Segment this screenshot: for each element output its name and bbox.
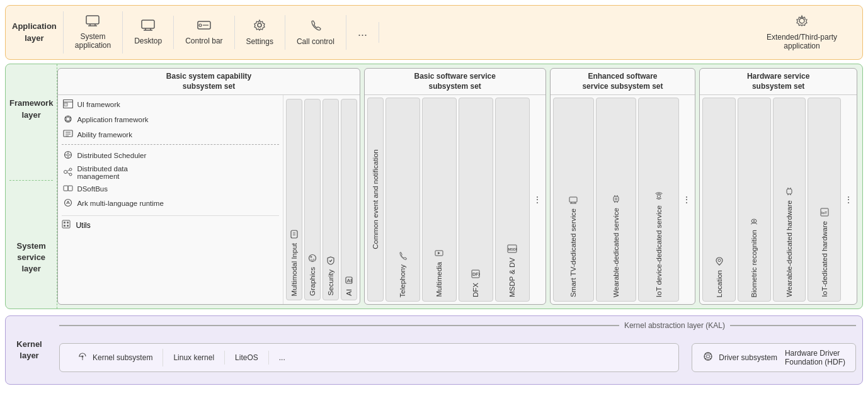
dsoftbus-item: DSoftBus — [62, 182, 278, 196]
kal-line-right — [730, 325, 856, 326]
dsoftbus-icon — [63, 184, 73, 194]
wearable-svc-icon — [612, 195, 620, 205]
svg-rect-68 — [787, 189, 792, 194]
svg-point-77 — [82, 356, 84, 358]
msdp-col: MSDP MSDP & DV — [495, 98, 530, 302]
label-divider — [9, 180, 53, 181]
ui-framework-label: UI framework — [77, 101, 120, 108]
linux-kernel-item: Linux kernel — [163, 351, 225, 365]
location-col: Location — [702, 98, 736, 302]
ess-inner: Smart TV-dedicated service Wearable-dedi… — [551, 95, 695, 304]
svg-rect-37 — [64, 222, 66, 224]
basic-sw-svc-box: Basic software servicesubsystem set Comm… — [364, 68, 546, 305]
middle-inner-content: Basic system capabilitysubsystem set UI … — [57, 64, 862, 309]
bss-dots: ⋮ — [532, 98, 543, 302]
driver-subsystem-icon — [702, 351, 714, 365]
architecture-diagram: Applicationlayer Systemapplication Deskt… — [0, 0, 868, 390]
biometric-label: Biometric recognition — [750, 230, 758, 297]
kernel-left-box: Kernel subsystem Linux kernel LiteOS ... — [59, 343, 679, 372]
hdf-label: Hardware DriverFoundation (HDF) — [785, 349, 845, 366]
kal-line-left — [59, 325, 619, 326]
wearable-hw-col: Wearable-dedicated hardware — [773, 98, 806, 302]
app-framework-icon — [63, 114, 73, 125]
security-label: Security — [327, 269, 334, 296]
bss-inner: Common event and notification Telephony — [365, 95, 545, 304]
kernel-right-box: Driver subsystem Hardware DriverFoundati… — [692, 343, 856, 372]
ark-runtime-label: Ark multi-language runtime — [77, 200, 163, 207]
ui-framework-icon — [63, 99, 73, 110]
settings-item: Settings — [235, 15, 285, 50]
app-framework-item: Application framework — [62, 112, 278, 127]
location-icon — [716, 257, 723, 268]
utils-icon — [62, 220, 71, 230]
desktop-label: Desktop — [134, 37, 162, 45]
iot-svc-icon — [654, 192, 663, 203]
utils-label: Utils — [76, 221, 90, 230]
hss-title: Hardware servicesubsystem set — [700, 69, 857, 95]
dfx-icon: DFX — [471, 269, 480, 280]
smart-tv-icon — [569, 196, 578, 206]
telephony-icon — [398, 251, 407, 262]
graphics-label: Graphics — [309, 267, 316, 296]
svg-point-45 — [310, 256, 312, 258]
call-control-label: Call control — [297, 37, 334, 46]
svg-rect-54 — [569, 197, 577, 202]
biometric-icon — [750, 217, 758, 227]
svg-line-86 — [710, 354, 711, 355]
svg-rect-40 — [67, 225, 69, 227]
svg-point-29 — [69, 173, 72, 176]
svg-rect-58 — [614, 196, 619, 201]
svg-line-30 — [67, 170, 70, 171]
telephony-label: Telephony — [399, 264, 406, 297]
graphics-col: Graphics — [304, 99, 321, 300]
middle-labels-column: Frameworklayer Systemservicelayer — [6, 64, 57, 309]
dist-scheduler-icon — [63, 150, 73, 161]
svg-point-16 — [65, 116, 71, 122]
svg-rect-33 — [68, 186, 72, 191]
svg-point-28 — [69, 168, 72, 171]
driver-subsystem-item: Driver subsystem — [702, 351, 777, 365]
graphics-icon — [308, 254, 317, 264]
telephony-col: Telephony — [385, 98, 420, 302]
dfx-label: DFX — [472, 283, 479, 297]
biometric-col: Biometric recognition — [738, 98, 771, 302]
dfx-col: DFX DFX — [459, 98, 493, 302]
app-framework-label: Application framework — [77, 116, 148, 123]
svg-text:AI: AI — [346, 278, 351, 283]
svg-rect-32 — [64, 186, 68, 191]
svg-point-27 — [64, 171, 67, 174]
kernel-dots: ... — [269, 351, 295, 365]
svc-items-section: Distributed Scheduler Distributed datama… — [62, 148, 278, 211]
iot-svc-col: IoT device-dedicated service — [638, 98, 679, 302]
ai-icon: AI — [345, 276, 353, 286]
wearable-hw-label: Wearable-dedicated hardware — [785, 200, 793, 297]
iot-hw-col: IoT IoT-dedicated hardware — [808, 98, 841, 302]
dist-data-item: Distributed datamanagement — [62, 163, 278, 182]
liteos-label: LiteOS — [235, 353, 258, 362]
ess-dots: ⋮ — [681, 98, 692, 302]
extended-app-icon — [795, 14, 809, 30]
svg-point-11 — [258, 23, 261, 27]
bsc-vertical-cols: Multimodal Input Graphics — [283, 95, 360, 304]
hdf-item: Hardware DriverFoundation (HDF) — [785, 349, 845, 366]
bss-title: Basic software servicesubsystem set — [365, 69, 545, 95]
ability-framework-item: Ability framework — [62, 128, 278, 142]
settings-icon — [253, 19, 266, 35]
svg-point-79 — [707, 355, 710, 358]
driver-subsystem-label: Driver subsystem — [719, 353, 777, 362]
ark-runtime-item: Ark multi-language runtime — [62, 196, 278, 211]
svg-marker-49 — [438, 252, 440, 254]
svg-line-31 — [67, 173, 70, 174]
hss-dots: ⋮ — [843, 98, 854, 302]
multimedia-icon — [435, 249, 443, 259]
app-dots: ... — [346, 22, 379, 43]
iot-hw-icon: IoT — [820, 208, 829, 218]
ability-framework-label: Ability framework — [77, 131, 132, 139]
svg-text:IoT: IoT — [821, 211, 827, 215]
wearable-svc-col: Wearable-dedicated service — [596, 98, 637, 302]
system-app-label: Systemapplication — [75, 32, 111, 50]
svg-text:DFX: DFX — [472, 272, 480, 276]
svg-point-22 — [67, 154, 69, 156]
middle-layer-container: Frameworklayer Systemservicelayer Basic … — [5, 64, 863, 309]
wearable-svc-label: Wearable-dedicated service — [612, 208, 620, 297]
